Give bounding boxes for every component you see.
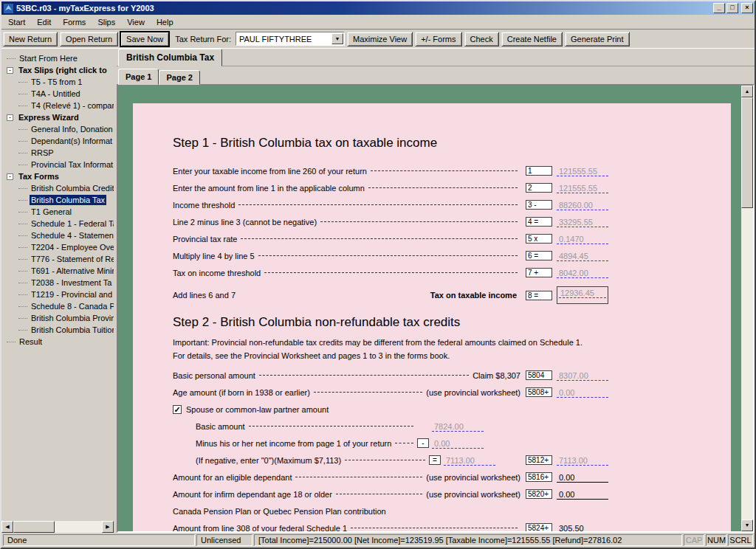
- tab-british-columbia-tax[interactable]: British Columbia Tax: [118, 49, 222, 66]
- sidebar-item-bc-tuition[interactable]: British Columbia Tuition: [1, 324, 114, 336]
- minimize-button-icon[interactable]: _: [713, 3, 725, 13]
- sidebar-item-t776[interactable]: T776 - Statement of Re: [1, 253, 114, 265]
- sidebar-horizontal-scrollbar[interactable]: ◀ ▶: [1, 521, 114, 533]
- menu-edit[interactable]: Edit: [31, 15, 57, 29]
- check-button[interactable]: Check: [464, 32, 499, 46]
- value-field[interactable]: 88260.00: [557, 200, 608, 210]
- dropdown-arrow-icon[interactable]: ▼: [331, 33, 343, 44]
- save-now-button[interactable]: Save Now: [120, 32, 169, 46]
- restore-button-icon[interactable]: □: [726, 3, 738, 13]
- sidebar-item-express-wizard[interactable]: -Express Wizard: [1, 111, 114, 123]
- sidebar-item-t2038[interactable]: T2038 - Investment Ta: [1, 277, 114, 289]
- collapse-icon[interactable]: -: [7, 67, 13, 74]
- value-field[interactable]: 7824.00: [432, 421, 484, 432]
- operator-box: =: [429, 455, 441, 465]
- sidebar-item-t4a[interactable]: T4A - Untitled: [1, 88, 114, 100]
- claim-note: Claim $8,307: [472, 371, 520, 380]
- collapse-icon[interactable]: -: [7, 114, 13, 121]
- value-field[interactable]: 7113.00: [557, 455, 608, 466]
- menu-help[interactable]: Help: [151, 15, 179, 29]
- sidebar-item-schedule8[interactable]: Schedule 8 - Canada Pe: [1, 300, 114, 312]
- dash-leader: [371, 170, 518, 171]
- maximize-view-button[interactable]: Maximize View: [347, 32, 413, 46]
- sidebar-item-tax-forms[interactable]: -Tax Forms: [1, 170, 114, 182]
- scrollbar-thumb[interactable]: [13, 521, 55, 533]
- dash-leader: [295, 477, 422, 477]
- scrollbar-thumb[interactable]: [741, 97, 753, 208]
- scroll-down-icon[interactable]: ▼: [741, 519, 753, 531]
- value-field[interactable]: 8042.00: [557, 268, 608, 278]
- line-number-box: 4 =: [526, 217, 552, 227]
- taxpayer-dropdown[interactable]: PAUL FIFTYTHREE ▼: [236, 32, 345, 46]
- sidebar-item-result[interactable]: Result: [1, 336, 114, 348]
- tab-page-2[interactable]: Page 2: [159, 70, 199, 85]
- sidebar-item-rrsp[interactable]: RRSP: [1, 147, 114, 159]
- form-viewport: Step 1 - British Columbia tax on taxable…: [117, 84, 755, 533]
- spouse-checkbox[interactable]: ✓: [173, 405, 182, 414]
- sidebar-item-t4-releve[interactable]: T4 (Relevé 1) - compar: [1, 100, 114, 111]
- value-field[interactable]: 121555.55: [557, 183, 608, 193]
- sidebar-item-bc-credit[interactable]: British Columbia Credit: [1, 182, 114, 194]
- menu-bar: Start Edit Forms Slips View Help: [1, 15, 755, 30]
- dash-leader: [320, 221, 518, 222]
- value-field[interactable]: 33295.55: [557, 217, 608, 227]
- form-vertical-scrollbar[interactable]: ▲ ▼: [741, 86, 753, 531]
- sidebar-item-bc-tax[interactable]: British Columbia Tax: [1, 194, 114, 206]
- sidebar-item-t5[interactable]: T5 - T5 from 1: [1, 76, 114, 88]
- scroll-lock-indicator: SCRL: [728, 534, 753, 546]
- tab-page-1[interactable]: Page 1: [118, 69, 159, 85]
- scroll-right-icon[interactable]: ▶: [102, 521, 114, 533]
- new-return-button[interactable]: New Return: [3, 32, 58, 46]
- value-field[interactable]: 121555.55: [557, 166, 608, 176]
- worksheet-note: (use provincial worksheet): [426, 473, 520, 482]
- scrollbar-track[interactable]: [55, 521, 102, 533]
- value-field[interactable]: 0.00: [557, 489, 608, 500]
- sidebar-item-t2204[interactable]: T2204 - Employee Over: [1, 241, 114, 253]
- create-netfile-button[interactable]: Create Netfile: [501, 32, 563, 46]
- sidebar-item-schedule4[interactable]: Schedule 4 - Statement: [1, 229, 114, 241]
- menu-forms[interactable]: Forms: [57, 15, 92, 29]
- menu-start[interactable]: Start: [2, 15, 31, 29]
- plus-minus-forms-button[interactable]: +/- Forms: [415, 32, 461, 46]
- taxpayer-name: PAUL FIFTYTHREE: [236, 35, 331, 44]
- value-field[interactable]: 4894.45: [557, 251, 608, 261]
- dash-leader: [395, 443, 413, 443]
- value-field[interactable]: 0.00: [557, 472, 608, 483]
- collapse-icon[interactable]: -: [7, 173, 13, 180]
- sidebar-item-dependants[interactable]: Dependant(s) Informat: [1, 135, 114, 147]
- sidebar-item-bc-provincial[interactable]: British Columbia Provinc: [1, 312, 114, 324]
- sidebar-item-tax-slips[interactable]: -Tax Slips (right click to: [1, 64, 114, 76]
- dash-leader: [258, 255, 518, 256]
- sidebar-item-start-from-here[interactable]: Start From Here: [1, 52, 114, 64]
- income-summary: [Total Income]=215000.00 [Net Income]=12…: [254, 534, 682, 546]
- value-field[interactable]: 305.50: [557, 523, 608, 532]
- value-field[interactable]: 0.1470: [557, 234, 608, 244]
- value-field[interactable]: 0.00: [432, 438, 484, 449]
- menu-view[interactable]: View: [121, 15, 151, 29]
- sidebar-item-t691[interactable]: T691 - Alternative Minir: [1, 265, 114, 277]
- line-number-box: 5804: [526, 370, 552, 380]
- value-field[interactable]: 8307.00: [557, 370, 608, 381]
- sidebar-item-schedule1[interactable]: Schedule 1 - Federal Ta: [1, 218, 114, 229]
- num-lock-indicator: NUM: [706, 534, 726, 546]
- sidebar-item-provincial-tax-info[interactable]: Provincial Tax Informat: [1, 159, 114, 170]
- scroll-left-icon[interactable]: ◀: [1, 521, 13, 533]
- value-field[interactable]: 12936.45: [557, 286, 608, 304]
- sidebar-item-t1-general[interactable]: T1 General: [1, 206, 114, 218]
- app-icon: [4, 4, 13, 13]
- line-number-box: 3 -: [526, 200, 552, 210]
- value-field[interactable]: 7113.00: [444, 455, 495, 466]
- window-title: 53BC.r03 - myTaxExpress for Y2003: [16, 4, 712, 13]
- dash-leader: [241, 238, 518, 239]
- open-return-button[interactable]: Open Return: [60, 32, 118, 46]
- scroll-up-icon[interactable]: ▲: [741, 86, 753, 97]
- sidebar-item-general-info[interactable]: General Info, Donation: [1, 123, 114, 135]
- close-button-icon[interactable]: ×: [741, 3, 753, 13]
- scrollbar-track[interactable]: [741, 97, 753, 519]
- value-field[interactable]: 0.00: [557, 387, 608, 398]
- generate-print-button[interactable]: Generate Print: [565, 32, 630, 46]
- title-bar: 53BC.r03 - myTaxExpress for Y2003 _ □ ×: [1, 1, 755, 15]
- sidebar-item-t1219[interactable]: T1219 - Provincial and: [1, 289, 114, 300]
- menu-slips[interactable]: Slips: [92, 15, 121, 29]
- page-tab-row: Page 1 Page 2: [117, 66, 755, 84]
